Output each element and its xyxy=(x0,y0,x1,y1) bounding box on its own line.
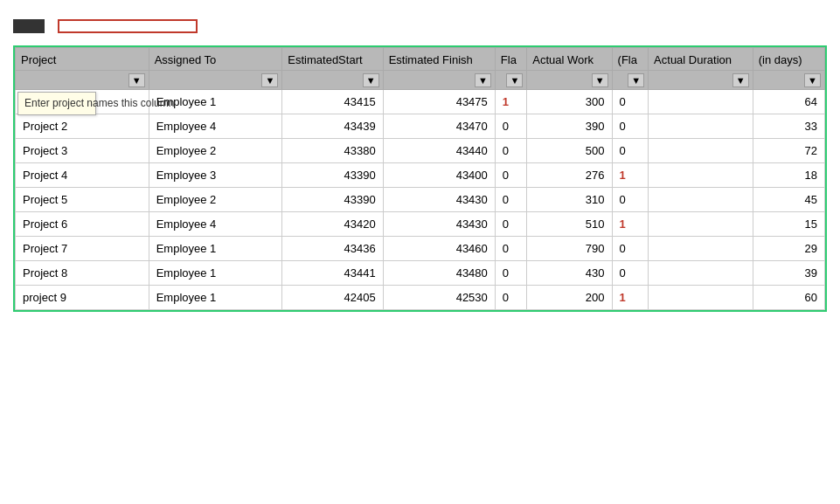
main-table-wrapper: Project Assigned To EstimatedStart Estim… xyxy=(13,45,827,312)
table-row: Project 2Employee 443439434700390033 xyxy=(16,114,825,139)
cell-assigned: Employee 2 xyxy=(149,139,282,163)
table-body: Enter project names this columnEmployee … xyxy=(16,90,825,310)
cell-actual-dur xyxy=(649,188,753,212)
cell-fla2: 0 xyxy=(612,188,649,212)
cell-fla1: 0 xyxy=(495,188,526,212)
filter-actual-work[interactable]: ▼ xyxy=(527,71,612,90)
cell-actual-work: 390 xyxy=(527,114,612,139)
table-row: Enter project names this columnEmployee … xyxy=(16,90,825,114)
col-header-days: (in days) xyxy=(753,48,824,71)
cell-fla1: 0 xyxy=(495,212,526,237)
cell-fla1: 0 xyxy=(495,237,526,261)
cell-fla1: 0 xyxy=(495,261,526,286)
cell-est-finish: 43475 xyxy=(383,90,495,114)
cell-actual-work: 500 xyxy=(527,139,612,163)
progress-indicator xyxy=(58,19,198,33)
cell-fla2: 1 xyxy=(612,163,649,188)
cell-actual-dur xyxy=(649,212,753,237)
table-row: Project 3Employee 243380434400500072 xyxy=(16,139,825,163)
setup-button[interactable] xyxy=(13,19,45,33)
cell-fla1: 0 xyxy=(495,163,526,188)
table-filter-row: ▼ ▼ ▼ ▼ ▼ ▼ xyxy=(16,71,825,90)
cell-actual-work: 276 xyxy=(527,163,612,188)
cell-actual-work: 510 xyxy=(527,212,612,237)
cell-assigned: Employee 4 xyxy=(149,114,282,139)
filter-days[interactable]: ▼ xyxy=(753,71,824,90)
cell-est-finish: 43470 xyxy=(383,114,495,139)
cell-actual-work: 430 xyxy=(527,261,612,286)
cell-fla2: 0 xyxy=(612,90,649,114)
cell-est-start: 43415 xyxy=(282,90,383,114)
cell-actual-work: 200 xyxy=(527,286,612,310)
cell-assigned: Employee 1 xyxy=(149,237,282,261)
cell-project: Project 4 xyxy=(16,163,149,188)
filter-dropdown-actual-dur[interactable]: ▼ xyxy=(732,73,749,87)
filter-est-start[interactable]: ▼ xyxy=(282,71,383,90)
cell-fla2: 1 xyxy=(612,286,649,310)
filter-dropdown-project[interactable]: ▼ xyxy=(128,73,145,87)
filter-dropdown-est-start[interactable]: ▼ xyxy=(363,73,379,87)
filter-dropdown-assigned[interactable]: ▼ xyxy=(261,73,278,87)
filter-dropdown-est-finish[interactable]: ▼ xyxy=(475,73,491,87)
filter-fla2[interactable]: ▼ xyxy=(612,71,649,90)
cell-est-finish: 43460 xyxy=(383,237,495,261)
cell-est-start: 43436 xyxy=(282,237,383,261)
cell-project: Project 5 xyxy=(16,188,149,212)
cell-est-finish: 43440 xyxy=(383,139,495,163)
cell-fla2: 0 xyxy=(612,237,649,261)
cell-fla1: 0 xyxy=(495,286,526,310)
filter-dropdown-actual-work[interactable]: ▼ xyxy=(592,73,608,87)
cell-fla2: 0 xyxy=(612,139,649,163)
filter-dropdown-fla1[interactable]: ▼ xyxy=(506,73,523,87)
col-header-est-start: EstimatedStart xyxy=(282,48,383,71)
cell-est-finish: 43400 xyxy=(383,163,495,188)
filter-est-finish[interactable]: ▼ xyxy=(383,71,495,90)
table-row: Project 5Employee 243390434300310045 xyxy=(16,188,825,212)
cell-fla2: 0 xyxy=(612,261,649,286)
cell-est-finish: 43430 xyxy=(383,188,495,212)
cell-est-start: 43420 xyxy=(282,212,383,237)
filter-dropdown-days[interactable]: ▼ xyxy=(804,73,821,87)
cell-days: 15 xyxy=(753,212,824,237)
cell-days: 45 xyxy=(753,188,824,212)
filter-actual-dur[interactable]: ▼ xyxy=(649,71,753,90)
cell-days: 64 xyxy=(753,90,824,114)
filter-dropdown-fla2[interactable]: ▼ xyxy=(628,73,644,87)
project-table: Project Assigned To EstimatedStart Estim… xyxy=(15,47,825,310)
cell-days: 18 xyxy=(753,163,824,188)
cell-actual-dur xyxy=(649,114,753,139)
cell-fla2: 1 xyxy=(612,212,649,237)
cell-est-start: 43390 xyxy=(282,188,383,212)
cell-days: 29 xyxy=(753,237,824,261)
cell-assigned: Employee 3 xyxy=(149,163,282,188)
cell-assigned: Employee 2 xyxy=(149,188,282,212)
cell-fla2: 0 xyxy=(612,114,649,139)
cell-project: Project 6 xyxy=(16,212,149,237)
col-header-actual-dur: Actual Duration xyxy=(649,48,753,71)
cell-fla1: 0 xyxy=(495,139,526,163)
cell-days: 33 xyxy=(753,114,824,139)
cell-fla1: 0 xyxy=(495,114,526,139)
cell-project: Project 2 xyxy=(16,114,149,139)
table-row: Project 4Employee 343390434000276118 xyxy=(16,163,825,188)
table-row: Project 6Employee 443420434300510115 xyxy=(16,212,825,237)
filter-fla1[interactable]: ▼ xyxy=(495,71,526,90)
cell-actual-work: 310 xyxy=(527,188,612,212)
col-header-assigned: Assigned To xyxy=(149,48,282,71)
cell-est-finish: 42530 xyxy=(383,286,495,310)
cell-fla1: 1 xyxy=(495,90,526,114)
cell-project: Project 3 xyxy=(16,139,149,163)
col-header-fla1: Fla xyxy=(495,48,526,71)
cell-project: Enter project names this column xyxy=(16,90,149,114)
cell-est-finish: 43430 xyxy=(383,212,495,237)
tooltip-enter-project: Enter project names this column xyxy=(17,92,96,115)
cell-est-start: 42405 xyxy=(282,286,383,310)
filter-project[interactable]: ▼ xyxy=(16,71,149,90)
cell-days: 72 xyxy=(753,139,824,163)
cell-assigned: Employee 4 xyxy=(149,212,282,237)
cell-actual-dur xyxy=(649,163,753,188)
cell-actual-dur xyxy=(649,237,753,261)
col-header-fla2: (Fla xyxy=(612,48,649,71)
filter-assigned[interactable]: ▼ xyxy=(149,71,282,90)
cell-actual-work: 300 xyxy=(527,90,612,114)
